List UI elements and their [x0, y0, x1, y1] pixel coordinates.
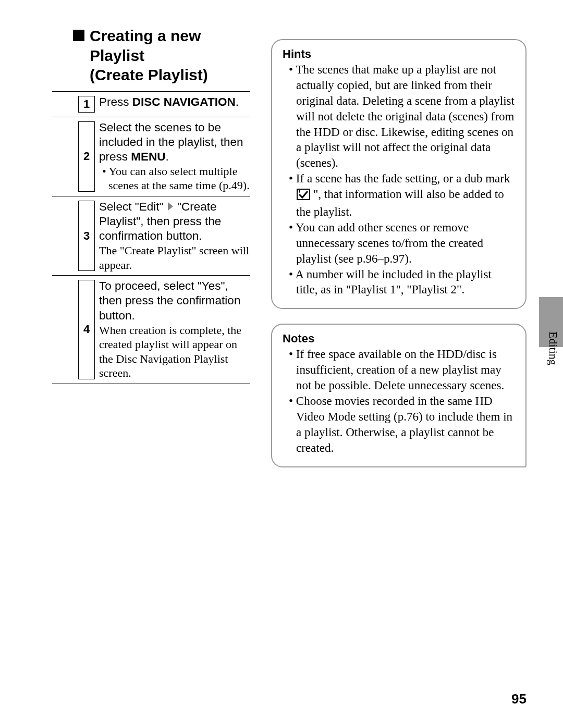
text: ", that information will also be added t… [296, 188, 504, 218]
text: . [166, 150, 169, 163]
text: A number will be included in the playlis… [296, 268, 492, 297]
hints-item: • If a scene has the fade setting, or a … [283, 171, 515, 220]
notes-box: Notes • If free space available on the H… [271, 324, 527, 467]
text: Select "Edit" [99, 200, 167, 213]
manual-page: Creating a new Playlist (Create Playlist… [0, 0, 563, 728]
square-bullet-icon [73, 30, 84, 41]
text: The scenes that make up a playlist are n… [296, 63, 515, 169]
step-row: 4 To proceed, select "Yes", then press t… [52, 275, 250, 384]
step-row: 3 Select "Edit" "Create Playlist", then … [52, 196, 250, 275]
step-caption: The "Create Playlist" screen will appear… [99, 243, 250, 272]
heading-line: Creating a new [90, 26, 208, 46]
svg-marker-0 [168, 202, 173, 211]
notes-list: • If free space available on the HDD/dis… [283, 347, 515, 455]
text-bold: MENU [131, 150, 165, 163]
step-number-box: 3 [78, 201, 95, 271]
heading-line: Playlist [90, 46, 208, 66]
hints-item: • You can add other scenes or remove unn… [283, 220, 515, 267]
notes-title: Notes [283, 332, 515, 346]
steps-list: 1 Press DISC NAVIGATION. 2 Select the sc… [52, 91, 250, 384]
step-row: 2 Select the scenes to be included in th… [52, 117, 250, 196]
two-column-layout: Creating a new Playlist (Create Playlist… [52, 26, 527, 482]
step-instruction: Press DISC NAVIGATION. [99, 95, 239, 108]
notes-item: • If free space available on the HDD/dis… [283, 347, 515, 393]
hints-box: Hints • The scenes that make up a playli… [271, 39, 527, 309]
hints-list: • The scenes that make up a playlist are… [283, 62, 515, 298]
step-bullet: • You can also select multiple scenes at… [99, 164, 250, 193]
step-row: 1 Press DISC NAVIGATION. [52, 91, 250, 117]
text-bold: DISC NAVIGATION [132, 95, 236, 108]
text: Press [99, 95, 132, 108]
hints-title: Hints [283, 47, 515, 61]
step-instruction: Select "Edit" "Create Playlist", then pr… [99, 200, 250, 243]
menu-arrow-icon [167, 201, 174, 212]
step-number-box: 2 [78, 121, 95, 192]
hints-item: • The scenes that make up a playlist are… [283, 62, 515, 171]
notes-item: • Choose movies recorded in the same HD … [283, 393, 515, 456]
step-instruction: Select the scenes to be included in the … [99, 120, 250, 164]
section-heading: Creating a new Playlist (Create Playlist… [73, 26, 250, 85]
step-caption: When creation is complete, the created p… [99, 323, 250, 380]
text: Select the scenes to be included in the … [99, 121, 243, 163]
right-column: Hints • The scenes that make up a playli… [271, 26, 527, 482]
dub-mark-icon [304, 189, 310, 204]
step-number-box: 1 [78, 96, 95, 113]
text: Choose movies recorded in the same HD Vi… [296, 394, 512, 454]
step-number-box: 4 [78, 280, 95, 379]
hints-item: • A number will be included in the playl… [283, 267, 515, 298]
text: You can add other scenes or remove unnec… [296, 221, 483, 265]
step-instruction: To proceed, select "Yes", then press the… [99, 279, 250, 323]
text: . [236, 95, 239, 108]
section-tab-label: Editing [546, 331, 560, 365]
text: If free space available on the HDD/disc … [296, 348, 504, 392]
page-number: 95 [511, 691, 527, 707]
heading-line: (Create Playlist) [90, 65, 208, 85]
text: You can also select multiple scenes at t… [108, 165, 250, 192]
left-column: Creating a new Playlist (Create Playlist… [52, 26, 250, 482]
svg-rect-1 [297, 189, 310, 200]
